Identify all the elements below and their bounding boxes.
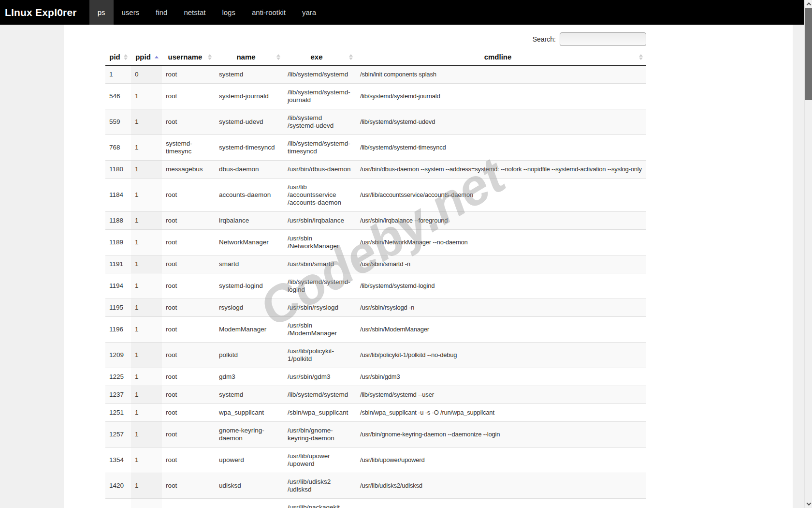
scrollbar-track[interactable] <box>804 0 812 508</box>
column-header-exe[interactable]: exe <box>284 48 356 66</box>
scrollbar-down-button[interactable] <box>805 500 812 508</box>
cell-username: root <box>162 404 215 422</box>
cell-pid: 1420 <box>105 473 131 499</box>
cell-name: ModemManager <box>215 317 284 343</box>
table-row: 12511rootwpa_supplicant/sbin/wpa_supplic… <box>105 404 646 422</box>
cell-cmdline: /usr/lib/udisks2/udisksd <box>356 473 646 499</box>
cell-pid: 1196 <box>105 317 131 343</box>
cell-pid: 1237 <box>105 386 131 404</box>
nav-item-logs[interactable]: logs <box>214 0 244 25</box>
cell-cmdline: /usr/lib/policykit-1/polkitd --no-debug <box>356 343 646 368</box>
cell-cmdline: /usr/sbin/ModemManager <box>356 317 646 343</box>
cell-exe: /lib/systemd/systemd <box>284 386 356 404</box>
search-bar: Search: <box>105 32 646 46</box>
search-label: Search: <box>533 35 556 43</box>
cell-cmdline: /usr/lib/upower/upowerd <box>356 448 646 473</box>
column-header-pid[interactable]: pid <box>105 48 131 66</box>
column-header-username[interactable]: username <box>162 48 215 66</box>
nav-item-ps[interactable]: ps <box>89 0 114 25</box>
cell-exe: /usr/bin/gnome- keyring-daemon <box>284 422 356 448</box>
cell-username: messagebus <box>162 161 215 179</box>
cell-pid: 1 <box>105 66 131 84</box>
cell-cmdline: /usr/sbin/gdm3 <box>356 368 646 386</box>
cell-exe: /usr/sbin/smartd <box>284 255 356 273</box>
column-header-ppid[interactable]: ppid <box>131 48 162 66</box>
cell-username: root <box>162 473 215 499</box>
cell-name: systemd <box>215 66 284 84</box>
table-row: 12251rootgdm3/usr/sbin/gdm3/usr/sbin/gdm… <box>105 368 646 386</box>
cell-name: gnome-keyring- daemon <box>215 422 284 448</box>
table-header: pidppidusernamenameexecmdline <box>105 48 646 66</box>
app-brand[interactable]: LInux Expl0rer <box>0 0 83 25</box>
cell-pid: 1180 <box>105 161 131 179</box>
column-label-pid: pid <box>109 53 120 61</box>
cell-name: smartd <box>215 255 284 273</box>
cell-ppid: 1 <box>131 404 162 422</box>
cell-name: packagekitd <box>215 499 284 508</box>
cell-exe: /usr/bin/dbus-daemon <box>284 161 356 179</box>
cell-pid: 1225 <box>105 368 131 386</box>
cell-cmdline: /usr/sbin/irqbalance --foreground <box>356 212 646 230</box>
nav-item-yara[interactable]: yara <box>294 0 324 25</box>
column-header-name[interactable]: name <box>215 48 284 66</box>
nav-item-anti-rootkit[interactable]: anti-rootkit <box>244 0 294 25</box>
nav-item-users[interactable]: users <box>114 0 148 25</box>
nav-item-find[interactable]: find <box>147 0 175 25</box>
cell-cmdline: /usr/bin/dbus-daemon --system --address=… <box>356 161 646 179</box>
scrollbar-up-button[interactable] <box>805 0 812 8</box>
table-row: 12571rootgnome-keyring- daemon/usr/bin/g… <box>105 422 646 448</box>
cell-exe: /lib/systemd/systemd- timesyncd <box>284 135 356 161</box>
cell-exe: /lib/systemd /systemd-udevd <box>284 109 356 135</box>
cell-username: root <box>162 386 215 404</box>
cell-username: root <box>162 66 215 84</box>
cell-cmdline: /usr/sbin/smartd -n <box>356 255 646 273</box>
cell-exe: /usr/lib /accountsservice /accounts-daem… <box>284 179 356 212</box>
cell-name: polkitd <box>215 343 284 368</box>
sort-icon-name <box>276 54 280 60</box>
table-row: 11911rootsmartd/usr/sbin/smartd/usr/sbin… <box>105 255 646 273</box>
cell-username: root <box>162 273 215 299</box>
search-input[interactable] <box>560 32 646 46</box>
navbar: LInux Expl0rer psusersfindnetstatlogsant… <box>0 0 804 25</box>
cell-cmdline: /usr/sbin/rsyslogd -n <box>356 299 646 317</box>
cell-username: root <box>162 299 215 317</box>
cell-exe: /usr/sbin /NetworkManager <box>284 230 356 255</box>
nav-items: psusersfindnetstatlogsanti-rootkityara <box>89 0 325 25</box>
cell-ppid: 1 <box>131 368 162 386</box>
column-header-cmdline[interactable]: cmdline <box>356 48 646 66</box>
table-row: 14571rootpackagekitd/usr/lib/packagekit … <box>105 499 646 508</box>
cell-pid: 1184 <box>105 179 131 212</box>
cell-username: root <box>162 179 215 212</box>
cell-cmdline: /usr/sbin/NetworkManager --no-daemon <box>356 230 646 255</box>
cell-exe: /usr/lib/packagekit /packagekitd <box>284 499 356 508</box>
cell-username: root <box>162 84 215 109</box>
cell-exe: /usr/lib/policykit- 1/polkitd <box>284 343 356 368</box>
cell-ppid: 1 <box>131 343 162 368</box>
sort-icon-exe <box>349 54 353 60</box>
column-label-name: name <box>236 53 255 61</box>
cell-exe: /usr/lib/udisks2 /udisksd <box>284 473 356 499</box>
sort-icon-cmdline <box>639 54 643 60</box>
table-row: 11891rootNetworkManager/usr/sbin /Networ… <box>105 230 646 255</box>
cell-exe: /lib/systemd/systemd- logind <box>284 273 356 299</box>
cell-name: accounts-daemon <box>215 179 284 212</box>
cell-cmdline: /sbin/wpa_supplicant -u -s -O /run/wpa_s… <box>356 404 646 422</box>
nav-item-netstat[interactable]: netstat <box>175 0 214 25</box>
datatable-area: Search: pidppidusernamenameexecmdline 10… <box>105 25 646 508</box>
cell-name: systemd-timesyncd <box>215 135 284 161</box>
scrollbar-thumb[interactable] <box>805 8 812 100</box>
cell-cmdline: /lib/systemd/systemd-udevd <box>356 109 646 135</box>
cell-ppid: 1 <box>131 255 162 273</box>
cell-username: root <box>162 212 215 230</box>
cell-name: systemd-logind <box>215 273 284 299</box>
table-row: 14201rootudisksd/usr/lib/udisks2 /udisks… <box>105 473 646 499</box>
cell-name: udisksd <box>215 473 284 499</box>
cell-ppid: 1 <box>131 212 162 230</box>
cell-cmdline: /usr/lib/packagekit/packagekitd <box>356 499 646 508</box>
cell-pid: 1209 <box>105 343 131 368</box>
cell-username: root <box>162 317 215 343</box>
table-row: 11951rootrsyslogd/usr/sbin/rsyslogd/usr/… <box>105 299 646 317</box>
cell-username: systemd- timesync <box>162 135 215 161</box>
cell-ppid: 1 <box>131 422 162 448</box>
table-row: 13541rootupowerd/usr/lib/upower /upowerd… <box>105 448 646 473</box>
